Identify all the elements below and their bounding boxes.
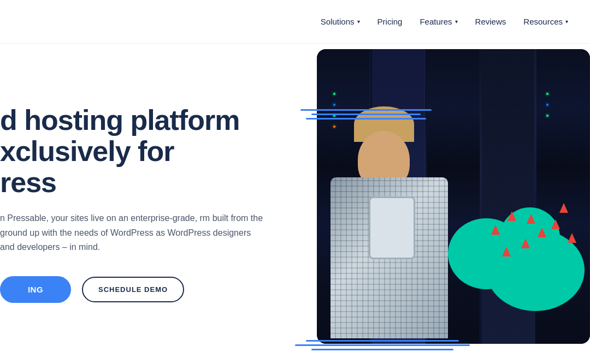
triangle-4	[521, 238, 530, 248]
triangle-6	[559, 203, 568, 213]
wave-line-3	[311, 349, 453, 350]
hero-title-line1: d hosting platform	[0, 104, 239, 136]
cta-primary-button[interactable]: ING	[0, 276, 71, 303]
rack-light-2	[333, 104, 335, 106]
chevron-down-icon: ▾	[357, 19, 360, 25]
hero-title-line2: xclusively for	[0, 135, 174, 167]
nav-resources-label: Resources	[523, 17, 563, 26]
wave-lines-top	[300, 109, 432, 122]
nav-reviews[interactable]: Reviews	[475, 17, 506, 26]
triangle-9	[508, 211, 516, 221]
main-content: d hosting platform xclusively for ress n…	[0, 44, 590, 364]
wave-line-1	[306, 340, 459, 342]
main-nav: Solutions ▾ Pricing Features ▾ Reviews R…	[321, 17, 568, 26]
triangle-7	[502, 247, 511, 256]
chevron-down-icon-2: ▾	[455, 19, 458, 25]
hero-title: d hosting platform xclusively for ress	[0, 105, 284, 199]
hero-right	[284, 44, 590, 364]
triangle-2	[551, 219, 560, 229]
chevron-down-icon-3: ▾	[565, 19, 568, 25]
hero-left: d hosting platform xclusively for ress n…	[0, 44, 306, 364]
rack-light-5	[546, 93, 548, 95]
wave-line-top-1	[300, 109, 432, 111]
nav-pricing[interactable]: Pricing	[377, 17, 403, 26]
nav-features-label: Features	[420, 17, 452, 26]
person-illustration	[317, 126, 459, 344]
cta-buttons: ING SCHEDULE DEMO	[0, 276, 284, 303]
person-tablet	[369, 196, 415, 259]
wave-lines-bottom	[306, 340, 590, 353]
nav-resources[interactable]: Resources ▾	[523, 17, 568, 26]
hero-description: n Pressable, your sites live on an enter…	[0, 211, 268, 254]
triangle-8	[491, 225, 500, 235]
nav-solutions[interactable]: Solutions ▾	[321, 17, 360, 26]
nav-features[interactable]: Features ▾	[420, 17, 457, 26]
triangle-5	[527, 214, 535, 224]
rack-light-7	[546, 115, 548, 117]
triangle-1	[568, 233, 576, 243]
wave-line-top-2	[311, 114, 421, 115]
triangle-3	[538, 228, 546, 237]
wave-line-top-3	[306, 118, 426, 120]
nav-solutions-label: Solutions	[321, 17, 355, 26]
hero-photo-bg	[317, 49, 590, 344]
rack-light-6	[546, 104, 548, 106]
nav-pricing-label: Pricing	[377, 17, 403, 26]
hero-title-line3: ress	[0, 166, 56, 198]
rack-light-1	[333, 93, 335, 95]
hero-image	[317, 49, 590, 344]
header: Solutions ▾ Pricing Features ▾ Reviews R…	[0, 0, 590, 44]
wave-line-2	[295, 344, 470, 346]
nav-reviews-label: Reviews	[475, 17, 506, 26]
cta-secondary-button[interactable]: SCHEDULE DEMO	[82, 277, 184, 302]
